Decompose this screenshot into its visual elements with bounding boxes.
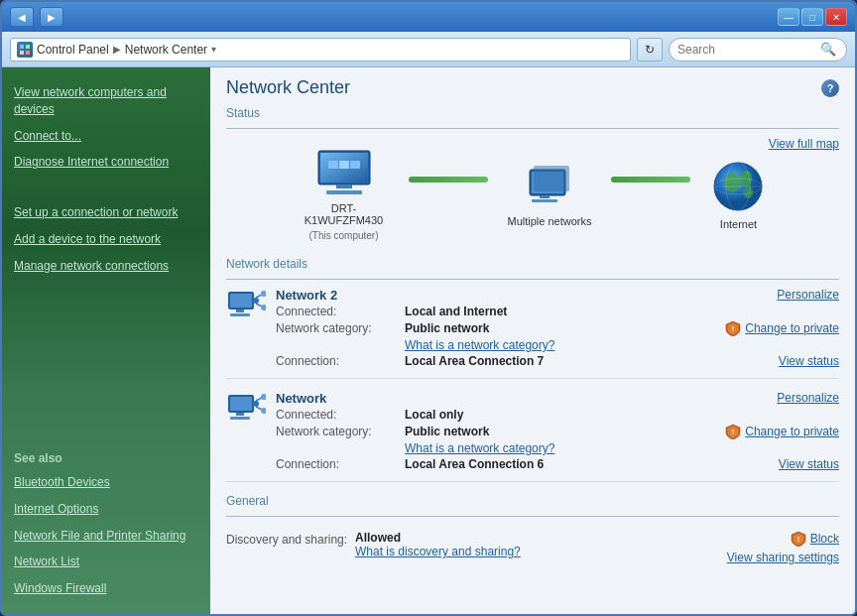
sidebar-item-add-device[interactable]: Add a device to the network xyxy=(2,226,210,253)
network-diagram-container: View full map xyxy=(226,137,839,257)
content-inner: Network Center ? Status View full map xyxy=(210,67,855,580)
internet-icon xyxy=(710,159,766,214)
network2-category-row: Network category: Public network ! Chang… xyxy=(276,320,839,336)
network-details-section: Network details xyxy=(226,257,839,482)
network2-connected-row: Connected: Local and Internet xyxy=(276,305,839,318)
minimize-button[interactable]: — xyxy=(778,8,799,26)
page-title: Network Center xyxy=(226,77,350,98)
sidebar-item-file-printer-sharing[interactable]: Network File and Printer Sharing xyxy=(2,523,210,550)
svg-text:!: ! xyxy=(732,429,734,435)
back-button[interactable]: ◀ xyxy=(10,7,34,27)
network-personalize-link[interactable]: Personalize xyxy=(777,391,839,405)
network-connection-value: Local Area Connection 6 xyxy=(405,457,544,471)
network2-connection-value: Local Area Connection 7 xyxy=(405,354,544,368)
discovery-actions: ! Block View sharing settings xyxy=(680,531,839,564)
computer-node: DRT-K1WUFZFM430 (This computer) xyxy=(300,147,389,241)
discovery-sharing-value: Allowed xyxy=(355,531,680,545)
sidebar-item-view-network[interactable]: View network computers and devices xyxy=(2,79,210,123)
network2-header: Network 2 Personalize xyxy=(276,288,839,303)
svg-point-43 xyxy=(253,401,259,407)
sidebar-item-bluetooth[interactable]: Bluetooth Devices xyxy=(2,469,210,496)
network2-body: Network 2 Personalize Connected: Local a… xyxy=(276,288,839,370)
general-section-label: General xyxy=(226,494,839,508)
svg-rect-15 xyxy=(532,199,557,202)
sidebar-item-internet-options[interactable]: Internet Options xyxy=(2,496,210,523)
svg-rect-11 xyxy=(339,161,349,169)
discovery-sharing-row: Discovery and sharing: Allowed What is d… xyxy=(226,525,839,570)
svg-rect-10 xyxy=(350,161,360,169)
svg-rect-38 xyxy=(230,417,250,420)
network2-connected-value: Local and Internet xyxy=(405,305,507,318)
status-divider xyxy=(226,128,839,129)
network2-what-link[interactable]: What is a network category? xyxy=(276,338,839,352)
address-dropdown-arrow[interactable]: ▾ xyxy=(211,44,216,55)
sidebar-item-windows-firewall[interactable]: Windows Firewall xyxy=(2,575,210,602)
svg-rect-27 xyxy=(236,309,244,312)
address-bar: Control Panel ▶ Network Center ▾ ↻ 🔍 xyxy=(2,32,855,67)
network-connection-row: Connection: Local Area Connection 6 View… xyxy=(276,457,839,471)
refresh-button[interactable]: ↻ xyxy=(637,38,663,62)
svg-rect-26 xyxy=(230,294,252,308)
discovery-sharing-body: Allowed What is discovery and sharing? xyxy=(355,531,680,558)
network-change-to-private-link[interactable]: Change to private xyxy=(745,425,839,438)
sidebar-item-setup-connection[interactable]: Set up a connection or network xyxy=(2,199,210,226)
svg-rect-0 xyxy=(20,45,24,49)
sidebar-item-diagnose[interactable]: Diagnose Internet connection xyxy=(2,149,210,176)
svg-rect-8 xyxy=(326,190,362,194)
network-icon xyxy=(226,391,266,431)
help-icon[interactable]: ? xyxy=(821,79,839,97)
computer-icon xyxy=(312,147,376,198)
sidebar-item-connect-to[interactable]: Connect to... xyxy=(2,123,210,150)
network-category-value: Public network xyxy=(405,425,489,438)
network2-change-action: ! Change to private xyxy=(725,320,839,336)
network-connected-row: Connected: Local only xyxy=(276,408,839,422)
close-button[interactable]: ✕ xyxy=(825,8,847,26)
network-view-status-link[interactable]: View status xyxy=(779,457,839,471)
network-view-status-action: View status xyxy=(779,457,839,471)
connector-line-1 xyxy=(409,177,488,183)
network-details-divider xyxy=(226,279,839,280)
title-bar: ◀ ▶ — □ ✕ xyxy=(2,2,855,32)
network-change-action: ! Change to private xyxy=(725,424,839,439)
network2-category-value: Public network xyxy=(405,321,489,335)
network-connected-label: Connected: xyxy=(276,408,405,422)
content-header: Network Center ? xyxy=(226,77,839,98)
network-diagram: DRT-K1WUFZFM430 (This computer) xyxy=(226,137,839,257)
sidebar-see-also-section: See also Bluetooth Devices Internet Opti… xyxy=(2,428,210,602)
forward-button[interactable]: ▶ xyxy=(40,7,63,27)
see-also-title: See also xyxy=(2,447,210,469)
main-window: ◀ ▶ — □ ✕ Control Panel ▶ Network Center… xyxy=(0,0,857,616)
sidebar-item-manage-connections[interactable]: Manage network connections xyxy=(2,253,210,280)
breadcrumb-control-panel[interactable]: Control Panel xyxy=(37,43,109,57)
search-input[interactable] xyxy=(677,43,816,57)
svg-point-31 xyxy=(261,291,266,297)
network-details-label: Network details xyxy=(226,257,839,271)
breadcrumb-separator: ▶ xyxy=(113,44,121,55)
network2-change-to-private-link[interactable]: Change to private xyxy=(745,321,839,335)
network-category-row: Network category: Public network ! Chang… xyxy=(276,424,839,439)
general-section: General Discovery and sharing: Allowed W… xyxy=(226,494,839,570)
network-what-link[interactable]: What is a network category? xyxy=(276,441,839,455)
network-card-network: Network Personalize Connected: Local onl… xyxy=(226,391,839,482)
what-is-discovery-link[interactable]: What is discovery and sharing? xyxy=(355,545,680,558)
svg-point-42 xyxy=(261,408,266,414)
svg-point-33 xyxy=(253,298,259,304)
network2-connected-label: Connected: xyxy=(276,305,405,318)
address-path[interactable]: Control Panel ▶ Network Center ▾ xyxy=(10,38,631,62)
block-action: ! Block xyxy=(791,531,839,547)
sidebar-section-setup: Set up a connection or network Add a dev… xyxy=(2,191,210,279)
network2-view-status-link[interactable]: View status xyxy=(779,354,839,368)
network2-connection-row: Connection: Local Area Connection 7 View… xyxy=(276,354,839,368)
svg-rect-2 xyxy=(20,51,24,55)
svg-rect-3 xyxy=(26,51,30,55)
search-icon[interactable]: 🔍 xyxy=(820,42,836,57)
svg-text:!: ! xyxy=(796,536,798,543)
window-controls: — □ ✕ xyxy=(778,8,847,26)
view-sharing-settings-link[interactable]: View sharing settings xyxy=(727,551,839,564)
shield-icon-network2: ! xyxy=(725,320,741,336)
block-link[interactable]: Block xyxy=(810,532,839,546)
maximize-button[interactable]: □ xyxy=(801,8,823,26)
network2-personalize-link[interactable]: Personalize xyxy=(777,288,839,302)
breadcrumb-network-center[interactable]: Network Center xyxy=(125,43,207,57)
sidebar-item-network-list[interactable]: Network List xyxy=(2,549,210,575)
